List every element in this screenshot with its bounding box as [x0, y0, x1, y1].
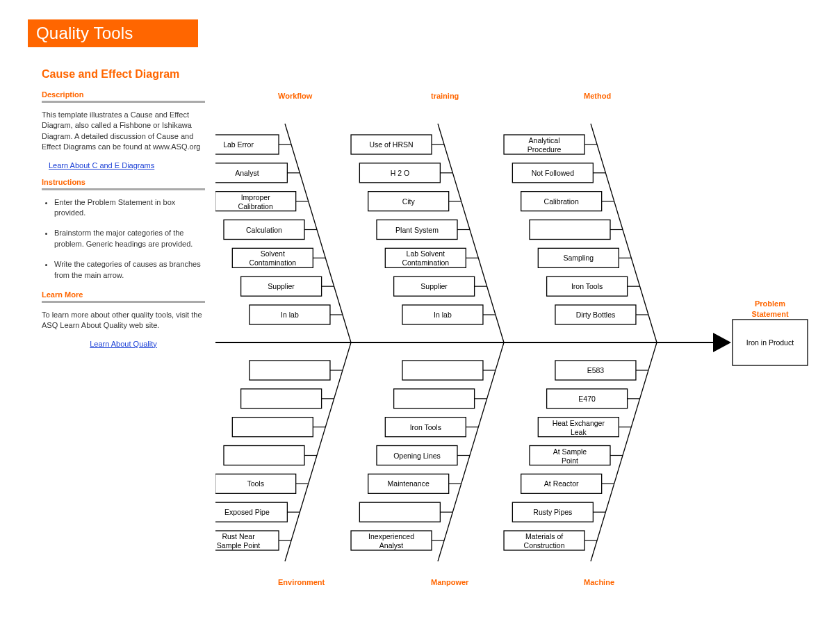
svg-marker-1	[713, 333, 731, 352]
svg-text:Maintenance: Maintenance	[388, 479, 430, 488]
svg-text:Exposed Pipe: Exposed Pipe	[224, 508, 270, 516]
svg-text:Lab Solvent: Lab Solvent	[407, 249, 445, 258]
svg-text:Construction: Construction	[524, 541, 565, 550]
svg-text:Iron Tools: Iron Tools	[571, 282, 603, 290]
svg-text:Supplier: Supplier	[420, 282, 448, 290]
svg-text:At Sample: At Sample	[553, 447, 587, 456]
svg-text:Supplier: Supplier	[268, 282, 295, 290]
svg-rect-116	[394, 389, 475, 408]
svg-text:Machine: Machine	[584, 578, 614, 586]
svg-text:Statement: Statement	[751, 310, 789, 318]
divider	[42, 101, 205, 103]
svg-text:Sample Point: Sample Point	[217, 541, 261, 550]
fishbone-diagram: ProblemStatementIron in ProductWorkflowL…	[215, 90, 820, 591]
divider	[42, 301, 205, 303]
svg-rect-93	[232, 418, 313, 437]
svg-text:Workflow: Workflow	[278, 92, 313, 100]
svg-text:Point: Point	[562, 456, 578, 465]
svg-text:Calibration: Calibration	[544, 197, 579, 206]
svg-text:Contamination: Contamination	[249, 258, 296, 267]
svg-rect-95	[241, 389, 322, 408]
svg-text:In lab: In lab	[281, 311, 299, 319]
svg-text:Solvent: Solvent	[261, 249, 285, 258]
svg-text:Problem: Problem	[755, 299, 785, 308]
svg-text:City: City	[402, 197, 416, 206]
svg-text:Materials of: Materials of	[525, 532, 563, 540]
svg-text:Method: Method	[584, 92, 611, 100]
learn-text: To learn more about other quality tools,…	[42, 310, 205, 331]
svg-text:Lab Error: Lab Error	[223, 140, 254, 149]
svg-rect-97	[250, 361, 330, 380]
svg-text:At Reactor: At Reactor	[544, 479, 579, 488]
svg-text:Leak: Leak	[571, 428, 587, 436]
svg-text:Iron in Product: Iron in Product	[746, 338, 794, 347]
svg-text:training: training	[431, 92, 459, 100]
svg-text:Calibration: Calibration	[238, 202, 273, 210]
svg-text:E470: E470	[578, 395, 596, 403]
page-title: Cause and Effect Diagram	[42, 68, 179, 81]
svg-text:Improper: Improper	[241, 193, 271, 201]
banner: Quality Tools	[28, 19, 198, 47]
svg-text:Contamination: Contamination	[402, 258, 449, 267]
instructions-list: Enter the Problem Statement in box provi…	[42, 197, 205, 281]
svg-rect-105	[359, 502, 440, 522]
svg-text:In lab: In lab	[434, 311, 452, 319]
svg-text:Analyst: Analyst	[235, 169, 259, 177]
svg-text:E583: E583	[587, 366, 605, 374]
svg-text:Opening Lines: Opening Lines	[393, 452, 441, 460]
svg-text:Environment: Environment	[278, 578, 325, 586]
instruction-item: Write the categories of causes as branch…	[54, 259, 205, 281]
svg-rect-68	[530, 220, 610, 240]
section-learn-heading: Learn More	[42, 290, 205, 299]
svg-text:Plant System: Plant System	[395, 226, 439, 234]
svg-text:Rust Near: Rust Near	[222, 532, 255, 540]
svg-rect-91	[224, 446, 304, 465]
svg-text:Use of HRSN: Use of HRSN	[370, 140, 414, 149]
svg-text:Calculation: Calculation	[246, 226, 282, 234]
svg-text:Sampling: Sampling	[563, 254, 594, 262]
svg-text:Inexperienced: Inexperienced	[368, 532, 414, 540]
description-text: This template illustrates a Cause and Ef…	[42, 110, 205, 153]
svg-rect-118	[402, 361, 483, 380]
instruction-item: Enter the Problem Statement in box provi…	[54, 197, 205, 219]
section-instructions-heading: Instructions	[42, 178, 205, 186]
svg-text:Not Followed: Not Followed	[532, 169, 574, 177]
svg-text:Rusty Pipes: Rusty Pipes	[533, 508, 572, 516]
instruction-item: Brainstorm the major categories of the p…	[54, 228, 205, 249]
svg-text:Iron Tools: Iron Tools	[410, 423, 441, 431]
svg-text:Dirty Bottles: Dirty Bottles	[576, 311, 616, 319]
svg-text:Analytical: Analytical	[529, 136, 560, 145]
link-learn-quality[interactable]: Learn About Quality	[42, 340, 205, 348]
link-learn-ce[interactable]: Learn About C and E Diagrams	[49, 161, 205, 170]
divider	[42, 188, 205, 190]
svg-text:Heat Exchanger: Heat Exchanger	[553, 419, 605, 427]
svg-text:H 2 O: H 2 O	[391, 169, 409, 177]
section-description-heading: Description	[42, 90, 205, 99]
svg-text:Procedure: Procedure	[528, 145, 562, 154]
svg-text:Tools: Tools	[247, 479, 264, 488]
svg-text:Analyst: Analyst	[379, 541, 404, 550]
svg-text:Manpower: Manpower	[431, 578, 469, 586]
